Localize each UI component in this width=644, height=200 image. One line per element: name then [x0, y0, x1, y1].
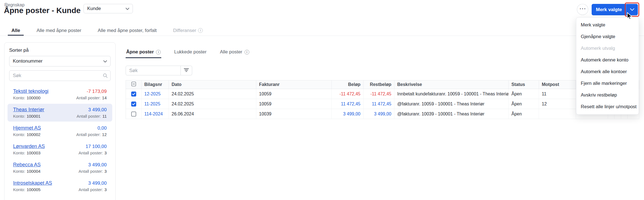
chevron-down-icon — [630, 8, 634, 12]
filter-button[interactable] — [181, 66, 192, 75]
account-filter-tabs: Alle Alle med åpne poster Alle med åpne … — [0, 26, 644, 36]
beskrivelse-cell: @fakturanr. 10039 - 100001 - Theas Inter… — [394, 109, 509, 119]
row-checkbox-checked[interactable] — [131, 92, 136, 97]
menu-item-automerk-utvalg: Automerk utvalg — [576, 43, 639, 54]
tab-label: Åpne poster — [126, 49, 154, 55]
konto-value: 100003 — [26, 150, 40, 155]
sidebar-search-input[interactable] — [9, 70, 111, 81]
konto-value: 100002 — [26, 132, 40, 137]
info-icon: i — [156, 50, 161, 55]
tab-label: Alle — [11, 28, 20, 33]
konto-label: Konto: — [13, 114, 25, 118]
table-row: 114-2024 26.06.2024 10039 3 499,00 3 499… — [126, 109, 639, 119]
bilagsnr-link[interactable]: 12-2025 — [144, 92, 161, 96]
menu-item-resett-alle-linjer[interactable]: Resett alle linjer u/motpost — [576, 101, 639, 113]
belop-cell: 11 472,45 — [332, 99, 364, 109]
status-cell: Åpen — [509, 109, 539, 119]
page-title: Åpne poster - Kunde — [4, 6, 80, 15]
konto-label: Konto: — [13, 150, 25, 155]
chevron-down-icon — [126, 6, 129, 11]
sort-select[interactable]: Kontonummer — [9, 56, 111, 66]
customer-amount: 0,00 — [97, 125, 107, 131]
restbelop-cell: -11 472,45 — [364, 89, 394, 99]
table-search-input[interactable] — [126, 66, 181, 75]
tab-label: Lukkede poster — [174, 49, 206, 55]
tab-alle-poster[interactable]: Alle poster i — [219, 47, 250, 58]
customer-list-item[interactable]: Introselskapet AS 3 499,00 Konto:100005 … — [8, 177, 112, 195]
customer-list-item[interactable]: Tekstil teknologi -7 173,09 Konto:100000… — [8, 85, 112, 103]
menu-item-fjern-alle-markeringer[interactable]: Fjern alle markeringer — [576, 78, 639, 89]
customer-list-item[interactable]: Theas Interiør 3 499,00 Konto:100001 Ant… — [8, 104, 112, 122]
bilagsnr-link[interactable]: 11-2025 — [144, 102, 160, 106]
filter-icon — [184, 68, 189, 73]
antall-value: 3 — [104, 187, 107, 192]
customer-list-item[interactable]: Lønvarden AS 17 100,00 Konto:100003 Anta… — [8, 140, 112, 158]
open-entries-table: Bilagsnr Dato Fakturanr Beløp Restbeløp … — [126, 80, 639, 119]
menu-item-automerk-alle-kontoer[interactable]: Automerk alle kontoer — [576, 66, 639, 78]
col-fakturanr: Fakturanr — [256, 80, 332, 89]
customer-amount: 3 499,00 — [88, 107, 107, 113]
merk-valgte-button[interactable]: Merk valgte — [592, 4, 626, 15]
antall-value: 14 — [102, 95, 107, 100]
konto-label: Konto: — [13, 187, 25, 192]
customer-amount: 17 100,00 — [86, 144, 107, 149]
search-icon — [103, 73, 108, 79]
sort-select-value: Kontonummer — [13, 58, 43, 64]
fakturanr-cell: 10039 — [256, 109, 332, 119]
merk-valgte-dropdown-toggle[interactable] — [626, 4, 638, 15]
konto-label: Konto: — [13, 169, 25, 174]
tab-label: Differanser — [173, 28, 196, 33]
table-header-row: Bilagsnr Dato Fakturanr Beløp Restbeløp … — [126, 80, 639, 89]
status-cell: Åpen — [509, 99, 539, 109]
customer-name-link[interactable]: Theas Interiør — [13, 107, 44, 113]
sidebar-search — [9, 70, 111, 81]
customer-name-link[interactable]: Lønvarden AS — [13, 144, 45, 149]
row-checkbox-cell — [126, 89, 142, 99]
restbelop-cell: 3 499,00 — [364, 109, 394, 119]
antall-label: Antall poster: — [79, 150, 103, 155]
menu-item-gjenapne-valgte[interactable]: Gjenåpne valgte — [576, 31, 639, 43]
customer-name-link[interactable]: Tekstil teknologi — [13, 88, 48, 94]
select-all-header[interactable] — [126, 80, 142, 89]
tab-differanser: Differanser i — [170, 26, 207, 36]
konto-label: Konto: — [13, 132, 25, 137]
merk-valgte-dropdown-menu: Merk valgte Gjenåpne valgte Automerk utv… — [576, 17, 639, 115]
menu-item-merk-valgte[interactable]: Merk valgte — [576, 19, 639, 31]
tab-alle[interactable]: Alle — [8, 26, 24, 36]
tab-lukkede-poster[interactable]: Lukkede poster — [174, 47, 207, 58]
customer-name-link[interactable]: Rebecca AS — [13, 162, 41, 168]
fakturanr-cell: 10059 — [256, 89, 332, 99]
poster-tabs: Åpne poster i Lukkede poster Alle poster… — [126, 47, 262, 58]
dato-cell: 24.02.2025 — [169, 89, 256, 99]
customer-amount: -7 173,09 — [87, 89, 107, 94]
customer-list-item[interactable]: Rebecca AS 3 499,00 Konto:100004 Antall … — [8, 159, 112, 177]
row-checkbox-checked[interactable] — [131, 102, 136, 107]
menu-item-automerk-denne-konto[interactable]: Automerk denne konto — [576, 54, 639, 66]
antall-label: Antall poster: — [79, 187, 103, 192]
app-window: Regnskap Åpne poster - Kunde Kunde ⋯ Mer… — [0, 0, 644, 200]
beskrivelse-cell: Innbetalt kundefakturanr. 10059 - 100001… — [394, 89, 509, 99]
row-checkbox-unchecked[interactable] — [131, 112, 136, 117]
antall-value: 3 — [104, 150, 107, 155]
more-actions-button[interactable]: ⋯ — [577, 4, 588, 15]
konto-value: 100001 — [26, 114, 40, 118]
tab-label: Alle poster — [220, 49, 242, 55]
entity-type-select[interactable]: Kunde — [84, 4, 133, 13]
col-motpost: Motpost — [539, 80, 576, 89]
tab-alle-med-apne-poster-forfalt[interactable]: Alle med åpne poster, forfalt — [94, 26, 160, 36]
col-status: Status — [509, 80, 539, 89]
tab-alle-med-apne-poster[interactable]: Alle med åpne poster — [33, 26, 85, 36]
info-icon: i — [198, 28, 203, 33]
menu-item-avskriv-restbelop[interactable]: Avskriv restbeløp — [576, 89, 639, 101]
customer-amount: 3 499,00 — [88, 162, 107, 168]
bilagsnr-link[interactable]: 114-2024 — [144, 112, 163, 116]
customer-amount: 3 499,00 — [88, 181, 107, 186]
col-belop: Beløp — [332, 80, 364, 89]
customer-name-link[interactable]: Introselskapet AS — [13, 180, 52, 186]
antall-value: 3 — [104, 169, 107, 174]
tab-apne-poster[interactable]: Åpne poster i — [126, 47, 161, 58]
tab-label: Alle med åpne poster — [36, 28, 81, 33]
belop-cell: 3 499,00 — [332, 109, 364, 119]
customer-list-item[interactable]: Hjemmet AS 0,00 Konto:100002 Antall post… — [8, 122, 112, 140]
customer-name-link[interactable]: Hjemmet AS — [13, 125, 41, 131]
